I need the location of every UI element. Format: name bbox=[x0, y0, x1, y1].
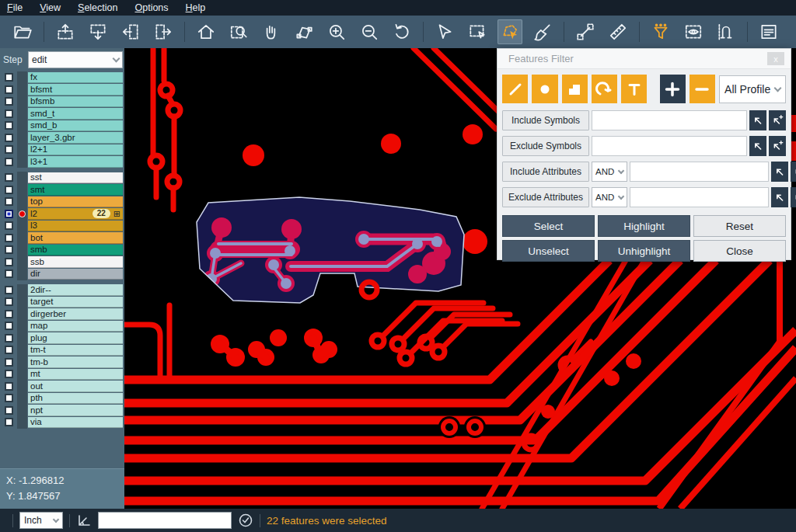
layer-name[interactable]: fx bbox=[28, 72, 123, 84]
filter-pad-toggle[interactable] bbox=[532, 75, 557, 103]
layer-row-pth[interactable]: pth bbox=[0, 392, 124, 405]
layer-indicator-cell[interactable] bbox=[17, 108, 27, 120]
layer-checkbox[interactable] bbox=[5, 334, 13, 342]
unit-select[interactable]: Inch bbox=[19, 512, 63, 529]
select-polygon-button[interactable] bbox=[498, 19, 522, 44]
layer-indicator-cell[interactable] bbox=[17, 332, 27, 345]
layer-name[interactable]: via bbox=[28, 417, 123, 429]
exclude-symbols-button[interactable]: Exclude Symbols bbox=[502, 136, 589, 156]
include-symbols-pick-add-button[interactable] bbox=[769, 110, 786, 130]
layer-indicator-cell[interactable] bbox=[17, 244, 27, 256]
layer-checkbox[interactable] bbox=[5, 322, 13, 330]
layer-row-dirgerber[interactable]: dirgerber bbox=[0, 308, 124, 321]
menu-view[interactable]: View bbox=[40, 2, 61, 13]
layer-row-l3+1[interactable]: l3+1 bbox=[0, 156, 124, 169]
layer-name[interactable]: sst bbox=[28, 172, 123, 184]
layer-row-layer_3.gbr[interactable]: layer_3.gbr bbox=[0, 132, 124, 144]
layer-row-smt[interactable]: smt bbox=[0, 184, 124, 196]
include-attributes-operator-select[interactable]: AND bbox=[592, 162, 627, 182]
close-button[interactable]: Close bbox=[693, 240, 786, 262]
menu-options[interactable]: Options bbox=[134, 2, 168, 13]
view-options-button[interactable] bbox=[681, 19, 706, 44]
layer-indicator-cell[interactable] bbox=[17, 405, 27, 417]
exclude-symbols-field[interactable] bbox=[592, 136, 747, 156]
filter-line-toggle[interactable] bbox=[502, 75, 528, 103]
layer-row-top[interactable]: top bbox=[0, 196, 124, 208]
layers-panel-button[interactable] bbox=[756, 19, 781, 44]
include-attributes-field[interactable] bbox=[630, 162, 769, 182]
layer-checkbox[interactable] bbox=[5, 382, 13, 391]
pan-up-button[interactable] bbox=[53, 19, 78, 44]
layer-indicator-cell[interactable] bbox=[17, 156, 27, 169]
layer-checkbox[interactable] bbox=[5, 221, 13, 230]
pan-hand-button[interactable] bbox=[259, 19, 284, 44]
layer-name[interactable]: ssb bbox=[28, 256, 123, 268]
profile-select[interactable]: All Profile bbox=[719, 75, 786, 103]
layer-row-bfsmb[interactable]: bfsmb bbox=[0, 96, 124, 108]
layer-name[interactable]: tm-b bbox=[28, 356, 123, 368]
pan-left-button[interactable] bbox=[118, 19, 143, 44]
layer-row-out[interactable]: out bbox=[0, 381, 124, 393]
layer-checkbox[interactable] bbox=[5, 73, 13, 82]
layer-name[interactable]: l3 bbox=[28, 221, 123, 232]
exclude-attributes-pick-button[interactable] bbox=[771, 187, 788, 207]
zoom-drag-button[interactable] bbox=[292, 19, 316, 44]
layer-indicator-cell[interactable] bbox=[17, 184, 27, 196]
include-symbols-pick-button[interactable] bbox=[749, 110, 766, 130]
layer-checkbox[interactable] bbox=[5, 418, 13, 426]
layer-checkbox[interactable] bbox=[5, 145, 13, 154]
layer-checkbox[interactable] bbox=[5, 134, 13, 142]
include-attributes-pick-button[interactable] bbox=[771, 162, 788, 182]
filter-arc-toggle[interactable] bbox=[592, 75, 617, 103]
layer-name[interactable]: mt bbox=[28, 369, 123, 381]
layer-row-dir[interactable]: dir bbox=[0, 268, 124, 280]
layer-checkbox[interactable] bbox=[5, 258, 13, 266]
layer-row-l2+1[interactable]: l2+1 bbox=[0, 144, 124, 156]
menu-file[interactable]: File bbox=[7, 2, 23, 13]
layer-indicator-cell[interactable] bbox=[17, 232, 27, 245]
sync-icon[interactable] bbox=[238, 513, 253, 528]
layer-row-tm-t[interactable]: tm-t bbox=[0, 344, 124, 356]
layer-checkbox[interactable] bbox=[5, 186, 13, 194]
layer-row-target[interactable]: target bbox=[0, 296, 124, 308]
unselect-button[interactable]: Unselect bbox=[502, 240, 595, 262]
layer-checkbox[interactable] bbox=[5, 406, 13, 415]
layer-indicator-cell[interactable] bbox=[17, 220, 27, 232]
layer-indicator-cell[interactable] bbox=[17, 268, 27, 280]
layer-indicator-cell[interactable] bbox=[17, 84, 27, 96]
command-input[interactable] bbox=[98, 512, 232, 529]
measure-ruler-button[interactable] bbox=[606, 19, 630, 44]
layer-row-tm-b[interactable]: tm-b bbox=[0, 356, 124, 369]
layer-name[interactable]: smt bbox=[28, 184, 123, 196]
layer-name[interactable]: out bbox=[28, 381, 123, 392]
filter-add-button[interactable] bbox=[660, 75, 686, 103]
layer-checkbox[interactable] bbox=[5, 245, 13, 254]
layer-indicator-cell[interactable] bbox=[17, 132, 27, 144]
layer-name[interactable]: smb bbox=[28, 245, 123, 256]
layer-checkbox[interactable] bbox=[5, 158, 13, 166]
layer-indicator-cell[interactable] bbox=[17, 256, 27, 269]
include-symbols-field[interactable] bbox=[592, 110, 747, 130]
select-rectangle-button[interactable] bbox=[465, 19, 490, 44]
layer-checkbox[interactable] bbox=[5, 234, 13, 242]
layer-name[interactable]: dirgerber bbox=[28, 308, 123, 320]
layer-indicator-cell[interactable] bbox=[17, 368, 27, 381]
exclude-attributes-field[interactable] bbox=[630, 187, 769, 207]
zoom-window-button[interactable] bbox=[226, 19, 251, 44]
layer-name[interactable]: dir bbox=[28, 269, 123, 280]
layer-row-plug[interactable]: plug bbox=[0, 332, 124, 345]
filter-remove-button[interactable] bbox=[690, 75, 715, 103]
layer-checkbox[interactable] bbox=[5, 121, 13, 130]
layer-row-npt[interactable]: npt bbox=[0, 405, 124, 417]
menu-help[interactable]: Help bbox=[186, 2, 206, 13]
layer-indicator-cell[interactable] bbox=[17, 308, 27, 321]
layer-checkbox[interactable] bbox=[5, 370, 13, 378]
layer-checkbox[interactable] bbox=[5, 286, 13, 294]
reset-button[interactable]: Reset bbox=[693, 215, 786, 237]
layer-checkbox[interactable] bbox=[5, 310, 13, 318]
layer-checkbox[interactable] bbox=[5, 269, 13, 278]
zoom-previous-button[interactable] bbox=[389, 19, 414, 44]
zoom-in-button[interactable] bbox=[324, 19, 349, 44]
home-view-button[interactable] bbox=[194, 19, 218, 44]
layer-indicator-cell[interactable] bbox=[17, 172, 27, 184]
